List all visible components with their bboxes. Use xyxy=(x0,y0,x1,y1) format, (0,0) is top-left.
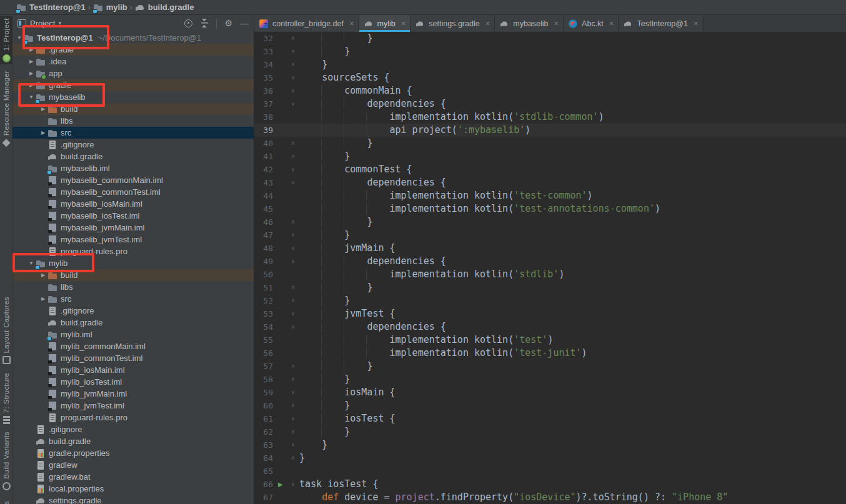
code-line[interactable]: 34∧ } xyxy=(254,58,846,71)
tree-row[interactable]: mylib_iosMain.iml xyxy=(12,364,254,376)
tree-row[interactable]: gradlew xyxy=(12,459,254,471)
code-line[interactable]: 37∨ dependencies { xyxy=(254,97,846,111)
code-line[interactable]: 51∧ } xyxy=(254,281,846,294)
fold-open-icon[interactable]: ∨ xyxy=(289,478,297,491)
code-line[interactable]: 39 api project(':mybaselib') xyxy=(254,124,846,137)
breadcrumb-item[interactable]: mylib xyxy=(93,2,127,12)
tree-row[interactable]: mylib_iosTest.iml xyxy=(12,376,254,388)
fold-open-icon[interactable]: ∨ xyxy=(289,255,297,268)
fold-close-icon[interactable]: ∧ xyxy=(289,32,297,45)
hide-toolwindow-icon[interactable]: — xyxy=(240,19,249,27)
toolwindow-button-layout-captures[interactable]: Layout Captures xyxy=(0,295,12,366)
fold-open-icon[interactable]: ∨ xyxy=(289,307,297,320)
code-line[interactable]: 56 implementation kotlin('test-junit') xyxy=(254,347,846,360)
fold-open-icon[interactable]: ∨ xyxy=(289,386,297,399)
close-icon[interactable]: × xyxy=(694,19,699,27)
tree-row[interactable]: ▶.gradle xyxy=(12,44,254,56)
project-panel-title[interactable]: Project xyxy=(30,19,55,28)
tab-controller-bridge-def[interactable]: controller_bridge.def× xyxy=(254,15,359,32)
tree-row[interactable]: libs xyxy=(12,281,254,293)
close-icon[interactable]: × xyxy=(401,19,406,27)
fold-open-icon[interactable]: ∨ xyxy=(289,71,297,84)
code-line[interactable]: 43∨ dependencies { xyxy=(254,176,846,189)
tree-row[interactable]: mybaselib_commonMain.iml xyxy=(12,174,254,186)
tree-row[interactable]: mybaselib_commonTest.iml xyxy=(12,186,254,198)
code-line[interactable]: 63∧ } xyxy=(254,438,846,452)
code-line[interactable]: 38 implementation kotlin('stdlib-common'… xyxy=(254,111,846,124)
toolwindow-button-resource-manager[interactable]: Resource Manager xyxy=(0,69,12,149)
tree-row[interactable]: gradle.properties xyxy=(12,447,254,459)
fold-close-icon[interactable]: ∧ xyxy=(289,215,297,229)
code-line[interactable]: 61∨ iosTest { xyxy=(254,412,846,425)
breadcrumb-item[interactable]: TestInterop@1 xyxy=(16,2,86,12)
tree-row[interactable]: mybaselib_iosTest.iml xyxy=(12,210,254,222)
code-line[interactable]: 40∧ } xyxy=(254,137,846,150)
fold-close-icon[interactable]: ∧ xyxy=(289,45,297,58)
fold-open-icon[interactable]: ∨ xyxy=(289,242,297,255)
tree-row[interactable]: ▼mybaselib xyxy=(12,91,254,103)
tree-row[interactable]: gradlew.bat xyxy=(12,471,254,483)
fold-close-icon[interactable]: ∧ xyxy=(289,399,297,412)
code-line[interactable]: 32∧ } xyxy=(254,32,846,45)
code-line[interactable]: 62∧ } xyxy=(254,425,846,438)
tree-row[interactable]: build.gradle xyxy=(12,151,254,162)
chevron-collapsed-icon[interactable]: ▶ xyxy=(39,106,47,112)
tree-row[interactable]: mybaselib_jvmMain.iml xyxy=(12,222,254,234)
fold-open-icon[interactable]: ∨ xyxy=(289,84,297,97)
tree-row[interactable]: mylib_commonTest.iml xyxy=(12,352,254,364)
fold-open-icon[interactable]: ∨ xyxy=(289,412,297,425)
fold-close-icon[interactable]: ∧ xyxy=(289,229,297,242)
code-line[interactable]: 52∧ } xyxy=(254,294,846,307)
fold-close-icon[interactable]: ∧ xyxy=(289,373,297,386)
code-line[interactable]: 55 implementation kotlin('test') xyxy=(254,334,846,347)
code-line[interactable]: 59∨ iosMain { xyxy=(254,386,846,399)
tree-row[interactable]: mylib_commonMain.iml xyxy=(12,340,254,352)
tree-row[interactable]: mylib_jvmTest.iml xyxy=(12,400,254,412)
tree-row[interactable]: settings.gradle xyxy=(12,495,254,504)
tree-row[interactable]: ▶build xyxy=(12,103,254,115)
chevron-expanded-icon[interactable]: ▼ xyxy=(27,260,36,266)
fold-open-icon[interactable]: ∨ xyxy=(289,320,297,334)
tree-row[interactable]: ▶.idea xyxy=(12,56,254,67)
tree-row[interactable]: mylib_jvmMain.iml xyxy=(12,388,254,400)
chevron-collapsed-icon[interactable]: ▶ xyxy=(27,47,36,52)
code-line[interactable]: 58∧ } xyxy=(254,373,846,386)
fold-close-icon[interactable]: ∧ xyxy=(289,360,297,373)
close-icon[interactable]: × xyxy=(554,19,559,27)
tree-row[interactable]: proguard-rules.pro xyxy=(12,245,254,257)
tree-row[interactable]: ▶src xyxy=(12,293,254,305)
tree-row[interactable]: ▼mylib xyxy=(12,257,254,269)
tree-row[interactable]: mybaselib.iml xyxy=(12,162,254,174)
code-editor[interactable]: 32∧ }33∧ }34∧ }35∨ sourceSets {36∨ commo… xyxy=(254,32,846,504)
toolwindow-button-build-variants[interactable]: Build Variants xyxy=(0,430,12,492)
tab-mybaselib[interactable]: mybaselib× xyxy=(495,15,564,32)
breadcrumb-item[interactable]: build.gradle xyxy=(135,2,194,12)
tab-settings-gradle[interactable]: settings.gradle× xyxy=(411,15,495,32)
tree-row[interactable]: ▶gradle xyxy=(12,79,254,91)
tree-row[interactable]: ▶build xyxy=(12,269,254,281)
code-line[interactable]: 60∧ } xyxy=(254,399,846,412)
close-icon[interactable]: × xyxy=(609,19,614,27)
tree-row[interactable]: libs xyxy=(12,115,254,127)
toolwindow-button-tes[interactable]: tes xyxy=(0,499,12,504)
tree-row[interactable]: mybaselib_jvmTest.iml xyxy=(12,234,254,245)
code-line[interactable]: 35∨ sourceSets { xyxy=(254,71,846,84)
code-line[interactable]: 67 def device = project.findProperty("io… xyxy=(254,491,846,504)
close-icon[interactable]: × xyxy=(349,19,354,27)
code-line[interactable]: 42∨ commonTest { xyxy=(254,163,846,176)
fold-close-icon[interactable]: ∧ xyxy=(289,58,297,71)
fold-close-icon[interactable]: ∧ xyxy=(289,425,297,438)
code-line[interactable]: 33∧ } xyxy=(254,45,846,58)
code-line[interactable]: 65 xyxy=(254,465,846,478)
chevron-collapsed-icon[interactable]: ▶ xyxy=(39,272,47,278)
chevron-expanded-icon[interactable]: ▼ xyxy=(15,35,24,41)
chevron-down-icon[interactable]: ▾ xyxy=(58,20,61,26)
code-line[interactable]: 66▶∨task iosTest { xyxy=(254,478,846,491)
tree-row[interactable]: ▶src xyxy=(12,127,254,139)
fold-close-icon[interactable]: ∧ xyxy=(289,452,297,465)
code-line[interactable]: 44 implementation kotlin('test-common') xyxy=(254,189,846,202)
locate-file-icon[interactable] xyxy=(184,19,192,27)
fold-open-icon[interactable]: ∨ xyxy=(289,176,297,189)
code-line[interactable]: 57∧ } xyxy=(254,360,846,373)
code-line[interactable]: 47∧ } xyxy=(254,229,846,242)
